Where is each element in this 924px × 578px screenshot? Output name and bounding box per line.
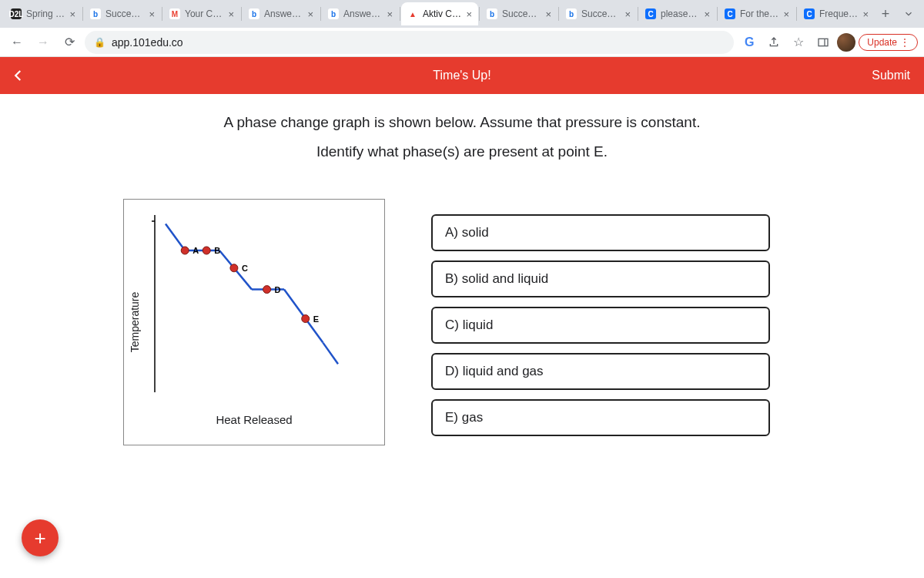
kebab-icon: ⋮	[900, 37, 909, 48]
app-header: Time's Up! Submit	[0, 57, 924, 94]
browser-tab[interactable]: bSuccess C×	[560, 2, 637, 25]
answer-choices: A) solidB) solid and liquidC) liquidD) l…	[431, 214, 770, 436]
chart-svg: ABCDE	[124, 200, 386, 446]
back-button[interactable]: ←	[6, 32, 28, 53]
tab-title: Aktiv Che	[423, 8, 461, 19]
tab-title: Answered	[264, 8, 303, 19]
bookmark-icon[interactable]: ☆	[788, 32, 809, 53]
answer-choice[interactable]: D) liquid and gas	[431, 353, 770, 390]
question-block: A phase change graph is shown below. Ass…	[0, 94, 924, 168]
favicon-icon: C	[804, 8, 815, 19]
favicon-icon: b	[249, 8, 259, 19]
svg-line-4	[166, 224, 185, 251]
question-line2: Identify what phase(s) are present at po…	[15, 143, 909, 160]
answer-choice[interactable]: A) solid	[431, 214, 770, 251]
tab-title: For the th	[740, 8, 778, 19]
favicon-icon: C	[725, 8, 735, 19]
question-line1: A phase change graph is shown below. Ass…	[15, 114, 909, 131]
google-icon[interactable]: G	[738, 32, 760, 53]
favicon-icon: b	[566, 8, 577, 19]
browser-tab[interactable]: bSuccess C×	[480, 2, 557, 25]
browser-tab[interactable]: CFrequentl×	[798, 2, 875, 25]
tab-overflow-icon[interactable]	[898, 8, 919, 19]
svg-text:B: B	[214, 246, 220, 255]
answer-choice[interactable]: B) solid and liquid	[431, 260, 770, 297]
svg-line-9	[323, 343, 338, 365]
svg-point-14	[230, 264, 238, 272]
content-row: Temperature ABCDE Heat Released A) solid…	[0, 168, 924, 445]
tab-title: Frequentl	[819, 8, 858, 19]
share-icon[interactable]	[763, 32, 785, 53]
panel-icon[interactable]	[812, 32, 834, 53]
browser-tab[interactable]: CFor the th×	[718, 2, 795, 25]
close-icon[interactable]: ×	[545, 8, 551, 20]
plus-icon: +	[34, 526, 45, 550]
answer-choice[interactable]: C) liquid	[431, 307, 770, 344]
close-icon[interactable]: ×	[387, 8, 393, 20]
favicon-icon: b	[90, 8, 101, 19]
favicon-icon: ▲	[407, 8, 418, 19]
close-icon[interactable]: ×	[624, 8, 631, 20]
tab-title: Spring 20	[26, 8, 65, 19]
timer-text: Time's Up!	[433, 69, 490, 82]
browser-tab[interactable]: bAnswered×	[322, 2, 399, 25]
close-icon[interactable]: ×	[307, 8, 313, 20]
tab-title: Answered	[343, 8, 382, 19]
reload-button[interactable]: ⟳	[59, 32, 80, 53]
address-bar[interactable]: 🔒 app.101edu.co	[85, 31, 734, 54]
close-icon[interactable]: ×	[704, 8, 710, 20]
answer-choice[interactable]: E) gas	[431, 399, 770, 436]
browser-tab[interactable]: bAnswered×	[243, 2, 320, 25]
phase-change-graph: Temperature ABCDE Heat Released	[123, 199, 385, 445]
favicon-icon: C	[645, 8, 656, 19]
update-button[interactable]: Update ⋮	[859, 34, 918, 51]
browser-tab[interactable]: MYour Chec×	[163, 2, 240, 25]
favicon-icon: M	[169, 8, 180, 19]
close-icon[interactable]: ×	[783, 8, 789, 20]
browser-tab[interactable]: D2LSpring 20×	[5, 2, 82, 25]
tab-title: please ex	[661, 8, 699, 19]
svg-text:D: D	[275, 285, 281, 294]
add-fab[interactable]: +	[22, 519, 59, 556]
profile-avatar[interactable]	[837, 33, 855, 52]
close-icon[interactable]: ×	[862, 8, 869, 20]
favicon-icon: b	[328, 8, 339, 19]
browser-tab[interactable]: bSuccess C×	[84, 2, 161, 25]
tab-title: Your Chec	[185, 8, 223, 19]
favicon-icon: D2L	[11, 8, 22, 19]
lock-icon: 🔒	[94, 37, 105, 48]
close-icon[interactable]: ×	[69, 8, 75, 20]
favicon-icon: b	[487, 8, 497, 19]
svg-text:E: E	[313, 314, 319, 324]
forward-button[interactable]: →	[32, 32, 54, 53]
browser-toolbar: ← → ⟳ 🔒 app.101edu.co G ☆ Update ⋮	[0, 28, 924, 57]
close-icon[interactable]: ×	[149, 8, 155, 20]
browser-tabstrip: D2LSpring 20×bSuccess C×MYour Chec×bAnsw…	[0, 0, 924, 28]
url-text: app.101edu.co	[112, 36, 183, 49]
browser-tab[interactable]: Cplease ex×	[639, 2, 716, 25]
close-icon[interactable]: ×	[466, 8, 472, 20]
svg-rect-0	[819, 39, 828, 45]
y-axis-label: Temperature	[129, 292, 141, 353]
svg-text:A: A	[192, 246, 199, 255]
new-tab-button[interactable]: +	[875, 3, 896, 25]
svg-text:C: C	[242, 264, 248, 273]
browser-tab[interactable]: ▲Aktiv Che×	[401, 2, 478, 25]
submit-button[interactable]: Submit	[872, 69, 910, 82]
x-axis-label: Heat Released	[124, 413, 384, 426]
tab-title: Success C	[581, 8, 620, 19]
close-icon[interactable]: ×	[228, 8, 234, 20]
tab-title: Success C	[502, 8, 541, 19]
svg-point-16	[263, 286, 271, 294]
svg-point-12	[203, 247, 210, 254]
svg-point-18	[302, 315, 310, 323]
svg-point-10	[181, 247, 189, 254]
tab-title: Success C	[105, 8, 144, 19]
back-chevron-icon[interactable]	[0, 69, 37, 82]
